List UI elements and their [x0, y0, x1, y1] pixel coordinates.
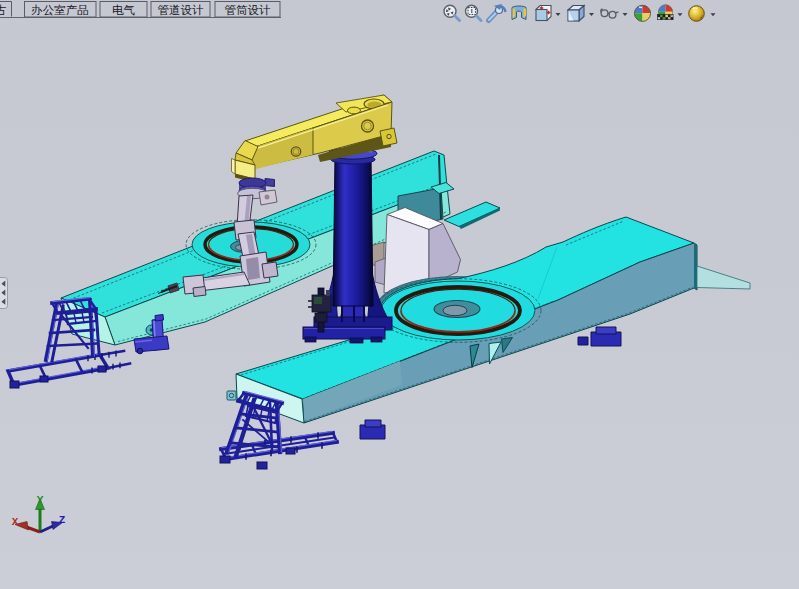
svg-text:办公室产品: 办公室产品: [31, 4, 89, 16]
svg-text:管筒设计: 管筒设计: [225, 4, 272, 16]
svg-text:电气: 电气: [112, 4, 135, 16]
svg-text:管道设计: 管道设计: [158, 4, 205, 16]
svg-text:X: X: [12, 516, 19, 528]
svg-text:Z: Z: [59, 514, 66, 526]
svg-text:Y: Y: [37, 494, 44, 506]
svg-text:古: 古: [0, 4, 7, 16]
